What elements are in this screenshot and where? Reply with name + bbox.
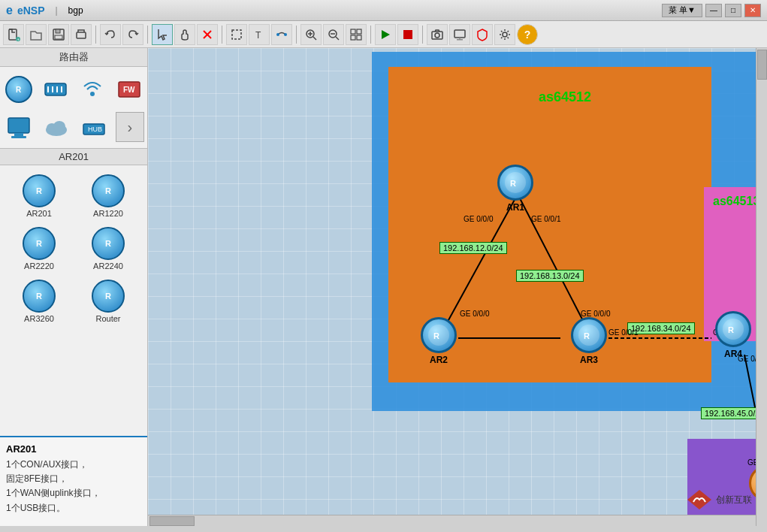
file-name: bgp [68, 5, 83, 16]
device-icon-cloud[interactable] [41, 112, 72, 145]
device-item-ar2240[interactable]: R AR2240 [75, 224, 141, 274]
new-button[interactable]: + [3, 24, 24, 45]
print-button[interactable] [71, 24, 92, 45]
router-section-title: 路由器 [0, 48, 147, 67]
node-ar1[interactable]: R AR1 [497, 165, 533, 213]
description-panel: AR201 1个CON/AUX接口， 固定8FE接口， 1个WAN侧uplink… [0, 436, 147, 526]
area-button[interactable] [226, 24, 247, 45]
toolbar: + T [0, 21, 767, 48]
svg-text:+: + [17, 37, 20, 41]
svg-rect-26 [403, 30, 412, 39]
stop-button[interactable] [397, 24, 418, 45]
close-button[interactable]: ✕ [744, 4, 761, 17]
svg-text:T: T [255, 30, 261, 41]
undo-button[interactable] [100, 24, 121, 45]
svg-line-15 [313, 37, 316, 40]
hscroll-thumb[interactable] [149, 516, 195, 526]
svg-rect-30 [457, 39, 463, 41]
svg-marker-25 [382, 30, 390, 39]
grid-button[interactable] [346, 24, 367, 45]
svg-text:R: R [510, 179, 516, 188]
ar2240-icon: R [92, 227, 125, 260]
svg-text:R: R [728, 325, 734, 334]
save-button[interactable] [48, 24, 69, 45]
svg-text:R: R [433, 331, 439, 340]
router-label: Router [95, 314, 120, 323]
delete-button[interactable] [197, 24, 218, 45]
device-item-ar1220[interactable]: R AR1220 [75, 171, 141, 221]
ar1-icon: R [497, 165, 533, 201]
canvas-area[interactable]: AS200 as64512 as64513 AS300 192.168.12.0… [148, 48, 767, 526]
network-canvas[interactable]: AS200 as64512 as64513 AS300 192.168.12.0… [148, 48, 767, 526]
device-icon-firewall[interactable]: FW [113, 73, 144, 106]
device-item-ar2220[interactable]: R AR2220 [6, 224, 72, 274]
ar201-label: AR201 [26, 209, 52, 218]
device-item-ar201[interactable]: R AR201 [6, 171, 72, 221]
port-ar1-ge1: GE 0/0/1 [531, 215, 560, 223]
text-button[interactable]: T [249, 24, 270, 45]
device-item-ar3260[interactable]: R AR3260 [6, 277, 72, 326]
device-icon-router-generic[interactable]: R [3, 73, 34, 106]
device-icon-hub[interactable]: HUB [78, 112, 110, 145]
node-ar4[interactable]: R AR4 [715, 311, 751, 359]
port-ar1-ge0: GE 0/0/0 [464, 215, 493, 223]
start-button[interactable] [375, 24, 396, 45]
device-icon-more[interactable]: › [116, 112, 144, 142]
svg-rect-42 [14, 133, 23, 136]
ar2220-label: AR2220 [24, 261, 54, 271]
node-ar3[interactable]: R AR3 [571, 317, 607, 365]
svg-rect-5 [55, 35, 62, 39]
svg-rect-21 [351, 29, 355, 34]
device-list: R AR201 R AR1220 R AR2220 R AR2240 R A [0, 165, 147, 332]
maximize-button[interactable]: □ [725, 4, 741, 17]
device-icon-wireless[interactable] [77, 73, 107, 106]
console-button[interactable] [449, 24, 470, 45]
node-ar2[interactable]: R AR2 [421, 317, 457, 365]
help-button[interactable]: ? [517, 24, 538, 45]
svg-text:FW: FW [123, 86, 135, 94]
ar201-icon: R [23, 174, 56, 207]
svg-rect-23 [351, 35, 355, 40]
svg-rect-41 [8, 118, 29, 133]
vscroll-thumb[interactable] [757, 50, 767, 80]
left-panel: 路由器 R FW [0, 48, 148, 526]
redo-button[interactable] [122, 24, 143, 45]
titlebar-right: 菜 单▼ — □ ✕ [662, 4, 761, 17]
toolbar-sep-4 [296, 26, 297, 44]
settings-button[interactable] [494, 24, 515, 45]
svg-rect-29 [454, 30, 465, 38]
svg-rect-4 [56, 29, 60, 33]
app-name: eNSP [17, 5, 45, 17]
firewall-button[interactable] [472, 24, 493, 45]
device-icon-switch[interactable] [40, 73, 71, 106]
device-icons-bottom: HUB › [0, 109, 147, 148]
subsection-title: AR201 [0, 148, 147, 165]
select-tool-button[interactable] [152, 24, 173, 45]
horizontal-scrollbar[interactable] [148, 515, 756, 526]
svg-rect-43 [11, 136, 26, 138]
app-logo: e [6, 4, 13, 17]
menu-button[interactable]: 菜 单▼ [662, 4, 702, 17]
device-item-router[interactable]: R Router [75, 277, 141, 326]
watermark: 创新互联 [686, 488, 752, 511]
watermark-text: 创新互联 [716, 494, 752, 506]
minimize-button[interactable]: — [705, 4, 722, 17]
port-ar2-ge0: GE 0/0/0 [460, 310, 489, 318]
vertical-scrollbar[interactable] [756, 48, 767, 526]
svg-text:R: R [584, 331, 590, 340]
ar4-label: AR4 [724, 349, 742, 359]
link-button[interactable] [271, 24, 292, 45]
toolbar-sep-2 [147, 26, 148, 44]
zoom-in-button[interactable] [300, 24, 322, 45]
capture-button[interactable] [427, 24, 448, 45]
device-icons-top: R FW [0, 67, 147, 109]
ar1-label: AR1 [506, 202, 524, 213]
toolbar-sep-5 [370, 26, 371, 44]
zoom-out-button[interactable] [323, 24, 344, 45]
ar3260-label: AR3260 [24, 314, 54, 323]
device-icon-pc[interactable] [3, 112, 35, 145]
open-file-button[interactable] [26, 24, 47, 45]
drag-tool-button[interactable] [174, 24, 195, 45]
titlebar: e eNSP | bgp 菜 单▼ — □ ✕ [0, 0, 767, 21]
desc-title: AR201 [6, 443, 141, 455]
